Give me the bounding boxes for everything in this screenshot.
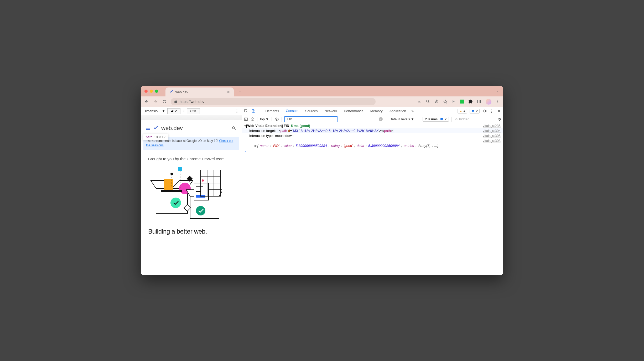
log-text: [Web Vitals Extension] FID xyxy=(246,124,289,128)
svg-point-29 xyxy=(202,179,204,182)
svg-point-2 xyxy=(497,100,498,101)
flag-icon[interactable] xyxy=(452,100,456,104)
source-link[interactable]: vitals.js:305 xyxy=(483,134,501,138)
back-button[interactable] xyxy=(144,99,149,104)
toggle-sidebar-button[interactable] xyxy=(244,117,248,121)
log-label: Interaction target: xyxy=(249,129,276,133)
new-tab-button[interactable]: + xyxy=(238,88,242,94)
context-selector[interactable]: top▼ xyxy=(260,117,272,121)
close-tab-button[interactable]: ✕ xyxy=(227,90,230,95)
tab-console[interactable]: Console xyxy=(283,107,302,115)
source-link[interactable]: vitals.js:235 xyxy=(483,124,501,128)
device-dropdown[interactable]: Dimensio… ▼ xyxy=(143,109,165,113)
tab-network[interactable]: Network xyxy=(321,107,340,115)
downloads-button[interactable] xyxy=(417,99,422,104)
console-filter-input[interactable] xyxy=(284,116,337,122)
svg-rect-38 xyxy=(253,110,255,112)
console-settings-button[interactable] xyxy=(497,117,501,121)
svg-point-4 xyxy=(497,102,498,103)
extension-webvitals-icon[interactable] xyxy=(460,100,464,104)
svg-point-7 xyxy=(237,112,237,113)
width-input[interactable] xyxy=(167,108,180,114)
more-tabs-button[interactable]: » xyxy=(410,109,415,114)
warnings-badge[interactable]: ▲4 xyxy=(458,109,467,114)
svg-point-45 xyxy=(276,118,277,120)
log-object[interactable]: {name: 'FID', value: 5.399999998509884, … xyxy=(257,144,501,148)
bookmark-button[interactable] xyxy=(443,99,448,104)
close-window-button[interactable] xyxy=(144,90,148,93)
webdev-logo-icon xyxy=(153,125,159,131)
svg-point-3 xyxy=(497,101,498,102)
devtools-menu-button[interactable] xyxy=(489,109,494,113)
traffic-lights xyxy=(144,90,158,93)
url-toolbar: https://web.dev xyxy=(141,96,503,107)
svg-point-41 xyxy=(491,112,492,113)
live-expression-button[interactable] xyxy=(274,117,279,121)
url-text: https://web.dev xyxy=(180,100,204,104)
svg-line-44 xyxy=(252,118,254,120)
tab-sources[interactable]: Sources xyxy=(302,107,321,115)
log-label: Interaction type: xyxy=(249,134,274,138)
hidden-messages-button[interactable]: 25 hidden xyxy=(454,117,469,121)
log-value: 5 ms (good) xyxy=(291,124,310,128)
brought-by-text: Brought to you by the Chrome DevRel team xyxy=(143,150,239,165)
console-prompt[interactable]: › xyxy=(242,148,503,154)
expand-icon[interactable]: ▶ xyxy=(255,144,257,148)
svg-rect-30 xyxy=(178,167,182,171)
chrome-menu-button[interactable] xyxy=(496,99,500,104)
tab-application[interactable]: Application xyxy=(386,107,409,115)
hero-illustration xyxy=(143,165,239,223)
log-element[interactable]: <path d="M3 18h18v-2H3v2zm0-5h18v-2H3v2z… xyxy=(277,129,394,133)
log-value: mousedown xyxy=(275,134,294,138)
svg-point-18 xyxy=(196,206,205,215)
site-logo-text: web.dev xyxy=(161,125,183,132)
share-button[interactable] xyxy=(434,99,439,104)
zoom-button[interactable] xyxy=(426,99,430,104)
source-link[interactable]: vitals.js:308 xyxy=(483,139,501,143)
svg-point-40 xyxy=(491,111,492,111)
hamburger-menu-icon[interactable] xyxy=(146,127,150,130)
extensions-button[interactable] xyxy=(468,99,473,104)
svg-point-14 xyxy=(170,198,181,208)
maximize-window-button[interactable] xyxy=(155,90,158,93)
svg-rect-1 xyxy=(480,100,481,103)
collapse-icon[interactable]: ▼ xyxy=(243,124,246,128)
log-levels-dropdown[interactable]: Default levels▼ xyxy=(387,117,417,121)
toggle-device-button[interactable] xyxy=(251,109,256,113)
hero-heading: Building a better web, xyxy=(143,223,239,235)
device-toolbar: Dimensio… ▼ × xyxy=(141,107,242,115)
device-preview-pane: Dimensio… ▼ × web.dev path18 × 12 xyxy=(141,107,242,275)
height-input[interactable] xyxy=(187,108,200,114)
search-icon[interactable] xyxy=(232,126,236,131)
sidepanel-button[interactable] xyxy=(477,99,481,104)
window-titlebar: web.dev ✕ + xyxy=(141,86,503,96)
source-link[interactable]: vitals.js:304 xyxy=(483,129,501,133)
console-output[interactable]: ▼ [Web Vitals Extension] FID 5 ms (good)… xyxy=(242,123,503,275)
tab-performance[interactable]: Performance xyxy=(341,107,366,115)
profile-avatar[interactable] xyxy=(486,99,491,105)
lock-icon xyxy=(174,100,178,104)
inspect-element-button[interactable] xyxy=(244,109,248,113)
console-toolbar: top▼ ✕ Default levels▼ 2 Issues:2 25 hid… xyxy=(242,115,503,123)
devtools-settings-button[interactable] xyxy=(482,109,487,113)
devtools-close-button[interactable] xyxy=(497,109,501,113)
tab-memory[interactable]: Memory xyxy=(367,107,386,115)
svg-rect-13 xyxy=(161,190,182,192)
device-menu-button[interactable] xyxy=(235,109,239,113)
svg-point-6 xyxy=(237,111,237,111)
tab-elements[interactable]: Elements xyxy=(262,107,282,115)
browser-tab[interactable]: web.dev ✕ xyxy=(165,87,234,96)
clear-filter-button[interactable]: ✕ xyxy=(379,117,383,121)
messages-badge[interactable]: 2 xyxy=(470,109,480,114)
issues-button[interactable]: 2 Issues:2 xyxy=(423,117,449,122)
page-viewport[interactable]: web.dev path18 × 12 The Chrome team is b… xyxy=(141,120,242,275)
tabs-dropdown-button[interactable] xyxy=(496,89,500,93)
clear-console-button[interactable] xyxy=(251,117,255,121)
svg-point-5 xyxy=(237,110,237,110)
tab-title: web.dev xyxy=(175,90,225,94)
reload-button[interactable] xyxy=(162,99,167,104)
minimize-window-button[interactable] xyxy=(150,90,153,93)
address-bar[interactable]: https://web.dev xyxy=(171,98,376,105)
ruler xyxy=(141,115,242,120)
forward-button[interactable] xyxy=(153,99,158,104)
